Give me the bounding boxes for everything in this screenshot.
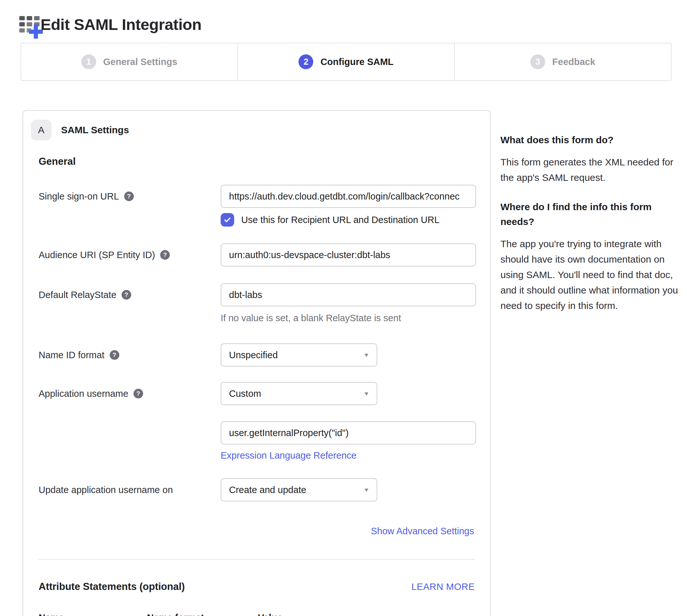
name-id-format-label: Name ID format	[39, 350, 105, 360]
step-3-circle: 3	[530, 54, 545, 69]
step-general-settings[interactable]: 1 General Settings	[21, 43, 238, 80]
saml-settings-header: A SAML Settings	[23, 111, 490, 140]
checkmark-icon	[223, 216, 232, 224]
help-sidebar: What does this form do? This form genera…	[501, 133, 679, 328]
update-username-select[interactable]: Create and update ▼	[221, 478, 377, 501]
step-1-circle: 1	[82, 54, 96, 69]
step-2-circle: 2	[298, 54, 313, 69]
relaystate-hint: If no value is set, a blank RelayState i…	[221, 313, 476, 324]
step-3-label: Feedback	[552, 57, 595, 67]
step-feedback[interactable]: 3 Feedback	[455, 43, 671, 80]
sidebar-answer-1: This form generates the XML needed for t…	[501, 154, 679, 185]
audience-uri-label: Audience URI (SP Entity ID)	[39, 250, 155, 260]
expression-language-reference-link[interactable]: Expression Language Reference	[221, 450, 357, 461]
page-title: Edit SAML Integration	[41, 16, 201, 34]
chevron-down-icon: ▼	[363, 487, 370, 493]
default-relaystate-input[interactable]	[221, 283, 476, 306]
sidebar-question-2: Where do I find the info this form needs…	[501, 200, 651, 229]
sidebar-question-1: What does this form do?	[501, 133, 679, 148]
page-header: Edit SAML Integration	[19, 12, 201, 39]
name-id-format-select[interactable]: Unspecified ▼	[221, 344, 377, 367]
column-name-format: Name format	[147, 613, 258, 616]
application-username-help-icon[interactable]: ?	[134, 389, 143, 398]
saml-settings-card: A SAML Settings General Single sign-on U…	[23, 110, 491, 616]
app-grid-plus-icon	[19, 12, 43, 39]
custom-username-expression-input[interactable]	[221, 421, 476, 444]
show-advanced-settings-link[interactable]: Show Advanced Settings	[371, 526, 474, 536]
name-id-format-value: Unspecified	[229, 350, 278, 360]
attribute-statements-heading: Attribute Statements (optional)	[39, 581, 185, 593]
application-username-value: Custom	[229, 389, 261, 399]
general-heading: General	[39, 156, 475, 167]
sso-url-label: Single sign-on URL	[39, 185, 119, 208]
section-divider	[39, 559, 475, 560]
chevron-down-icon: ▼	[363, 352, 370, 358]
attribute-statements-table-header: Name Name format Value	[39, 613, 475, 616]
section-a-badge: A	[31, 120, 51, 140]
saml-settings-title: SAML Settings	[61, 125, 129, 135]
recipient-url-checkbox[interactable]	[221, 213, 234, 226]
sso-url-help-icon[interactable]: ?	[124, 192, 134, 201]
default-relaystate-label: Default RelayState	[39, 283, 116, 306]
default-relaystate-help-icon[interactable]: ?	[121, 290, 131, 300]
chevron-down-icon: ▼	[363, 390, 370, 397]
step-1-label: General Settings	[103, 57, 177, 67]
steps-bar: 1 General Settings 2 Configure SAML 3 Fe…	[21, 43, 671, 81]
sidebar-answer-2: The app you're trying to integrate with …	[501, 236, 679, 313]
name-id-format-help-icon[interactable]: ?	[110, 350, 119, 360]
application-username-select[interactable]: Custom ▼	[221, 382, 377, 405]
column-name: Name	[39, 613, 147, 616]
audience-uri-help-icon[interactable]: ?	[160, 250, 170, 260]
sso-url-input[interactable]	[221, 185, 476, 208]
recipient-url-checkbox-label: Use this for Recipient URL and Destinati…	[241, 215, 439, 225]
learn-more-link[interactable]: LEARN MORE	[411, 581, 475, 592]
application-username-label: Application username	[39, 382, 128, 405]
step-2-label: Configure SAML	[320, 57, 393, 67]
column-value: Value	[258, 613, 282, 616]
audience-uri-input[interactable]	[221, 243, 476, 266]
step-configure-saml[interactable]: 2 Configure SAML	[238, 43, 455, 80]
update-username-value: Create and update	[229, 485, 306, 495]
update-username-label: Update application username on	[39, 478, 173, 501]
